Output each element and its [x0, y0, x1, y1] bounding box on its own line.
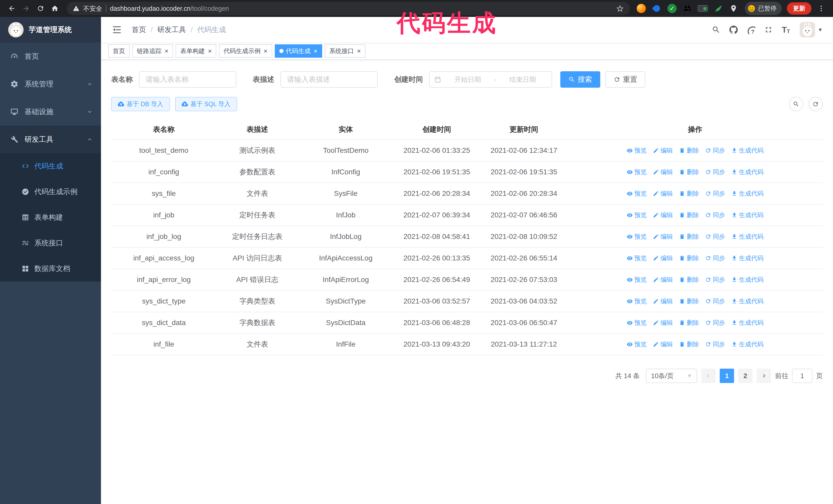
generate-code-link[interactable]: 生成代码: [731, 188, 764, 199]
generate-code-link[interactable]: 生成代码: [731, 145, 764, 157]
edit-link[interactable]: 编辑: [653, 145, 673, 157]
sync-link[interactable]: 同步: [705, 188, 725, 199]
preview-link[interactable]: 预览: [627, 145, 647, 157]
sync-link[interactable]: 同步: [705, 231, 725, 242]
breadcrumb-item-1[interactable]: 研发工具: [158, 25, 186, 34]
preview-link[interactable]: 预览: [627, 231, 647, 242]
edit-link[interactable]: 编辑: [653, 231, 673, 242]
edit-link[interactable]: 编辑: [653, 274, 673, 286]
chevron-down-icon[interactable]: ▼: [818, 27, 823, 33]
bookmark-star-icon[interactable]: [616, 5, 624, 12]
next-page-button[interactable]: [757, 369, 771, 383]
delete-link[interactable]: 删除: [679, 338, 699, 350]
sync-link[interactable]: 同步: [705, 166, 725, 178]
tab-0[interactable]: 首页: [108, 44, 130, 58]
leaf-extension-icon[interactable]: [712, 2, 724, 15]
preview-link[interactable]: 预览: [627, 274, 647, 286]
reload-button[interactable]: [34, 2, 47, 15]
sync-link[interactable]: 同步: [705, 295, 725, 307]
collapse-sidebar-button[interactable]: [108, 21, 125, 39]
sync-link[interactable]: 同步: [705, 317, 725, 329]
refresh-table-button[interactable]: [808, 97, 823, 111]
prev-page-button[interactable]: [701, 369, 716, 383]
delete-link[interactable]: 删除: [679, 274, 699, 286]
edit-link[interactable]: 编辑: [653, 317, 673, 329]
import-sql-button[interactable]: 基于 SQL 导入: [175, 97, 237, 111]
search-button[interactable]: 搜索: [560, 71, 600, 88]
check-extension-icon[interactable]: ✓: [666, 2, 678, 15]
app-logo[interactable]: 芋道管理系统: [0, 17, 101, 43]
sidebar-subitem-4[interactable]: 数据库文档: [0, 256, 101, 282]
page-button-2[interactable]: 2: [738, 369, 753, 383]
sidebar-subitem-0[interactable]: 代码生成: [0, 153, 101, 179]
preview-link[interactable]: 预览: [627, 209, 647, 221]
fox-extension-icon[interactable]: [635, 2, 647, 15]
preview-link[interactable]: 预览: [627, 188, 647, 199]
delete-link[interactable]: 删除: [679, 252, 699, 264]
edit-link[interactable]: 编辑: [653, 295, 673, 307]
preview-link[interactable]: 预览: [627, 295, 647, 307]
edit-link[interactable]: 编辑: [653, 209, 673, 221]
pin-extension-icon[interactable]: [728, 2, 740, 15]
github-link[interactable]: [725, 21, 742, 39]
delete-link[interactable]: 删除: [679, 145, 699, 157]
home-button[interactable]: [48, 2, 62, 15]
close-icon[interactable]: ×: [165, 48, 168, 54]
sync-link[interactable]: 同步: [705, 209, 725, 221]
font-size-button[interactable]: TT: [777, 21, 794, 39]
tab-3[interactable]: 代码生成示例×: [219, 44, 272, 58]
sidebar-subitem-3[interactable]: 系统接口: [0, 230, 101, 256]
back-button[interactable]: [5, 2, 19, 15]
sidebar-item-2[interactable]: 基础设施: [0, 98, 101, 126]
tab-1[interactable]: 链路追踪×: [132, 44, 173, 58]
profile-chip[interactable]: 已暂停: [745, 2, 782, 15]
toggle-search-button[interactable]: [789, 97, 803, 111]
delete-link[interactable]: 删除: [679, 188, 699, 199]
delete-link[interactable]: 删除: [679, 209, 699, 221]
table-name-input[interactable]: [139, 71, 236, 88]
preview-link[interactable]: 预览: [627, 166, 647, 178]
sync-link[interactable]: 同步: [705, 145, 725, 157]
preview-link[interactable]: 预览: [627, 338, 647, 350]
sidebar-item-3[interactable]: 研发工具: [0, 126, 101, 153]
people-extension-icon[interactable]: [681, 2, 694, 15]
help-button[interactable]: [742, 21, 760, 39]
import-db-button[interactable]: 基于 DB 导入: [111, 97, 170, 111]
edit-link[interactable]: 编辑: [653, 252, 673, 264]
generate-code-link[interactable]: 生成代码: [731, 252, 764, 264]
edit-link[interactable]: 编辑: [653, 338, 673, 350]
update-button[interactable]: 更新: [787, 2, 811, 15]
fullscreen-button[interactable]: [760, 21, 777, 39]
tab-4[interactable]: 代码生成×: [275, 44, 322, 58]
header-search-button[interactable]: [708, 21, 725, 39]
drop-extension-icon[interactable]: [650, 2, 663, 15]
sync-link[interactable]: 同步: [705, 274, 725, 286]
sidebar-item-1[interactable]: 系统管理: [0, 70, 101, 98]
reset-button[interactable]: 重置: [605, 71, 645, 88]
delete-link[interactable]: 删除: [679, 166, 699, 178]
generate-code-link[interactable]: 生成代码: [731, 209, 764, 221]
generate-code-link[interactable]: 生成代码: [731, 295, 764, 307]
address-bar[interactable]: 不安全 dashboard.yudao.iocoder.cn/tool/code…: [67, 2, 630, 15]
generate-code-link[interactable]: 生成代码: [731, 317, 764, 329]
page-size-select[interactable]: 10条/页 ▼: [646, 369, 697, 383]
edit-link[interactable]: 编辑: [653, 188, 673, 199]
sidebar-subitem-1[interactable]: 代码生成示例: [0, 179, 101, 205]
close-icon[interactable]: ×: [314, 48, 317, 54]
tab-5[interactable]: 系统接口×: [325, 44, 365, 58]
close-icon[interactable]: ×: [357, 48, 361, 54]
sidebar-subitem-2[interactable]: 表单构建: [0, 205, 101, 230]
sidebar-item-0[interactable]: 首页: [0, 43, 101, 70]
generate-code-link[interactable]: 生成代码: [731, 166, 764, 178]
goto-page-input[interactable]: [792, 369, 812, 383]
switch-extension-icon[interactable]: [697, 2, 709, 15]
generate-code-link[interactable]: 生成代码: [731, 338, 764, 350]
tab-2[interactable]: 表单构建×: [175, 44, 216, 58]
close-icon[interactable]: ×: [263, 48, 267, 54]
forward-button[interactable]: [20, 2, 33, 15]
table-desc-input[interactable]: [280, 71, 378, 88]
page-button-1[interactable]: 1: [720, 369, 734, 383]
preview-link[interactable]: 预览: [627, 317, 647, 329]
close-icon[interactable]: ×: [208, 48, 212, 54]
sync-link[interactable]: 同步: [705, 338, 725, 350]
